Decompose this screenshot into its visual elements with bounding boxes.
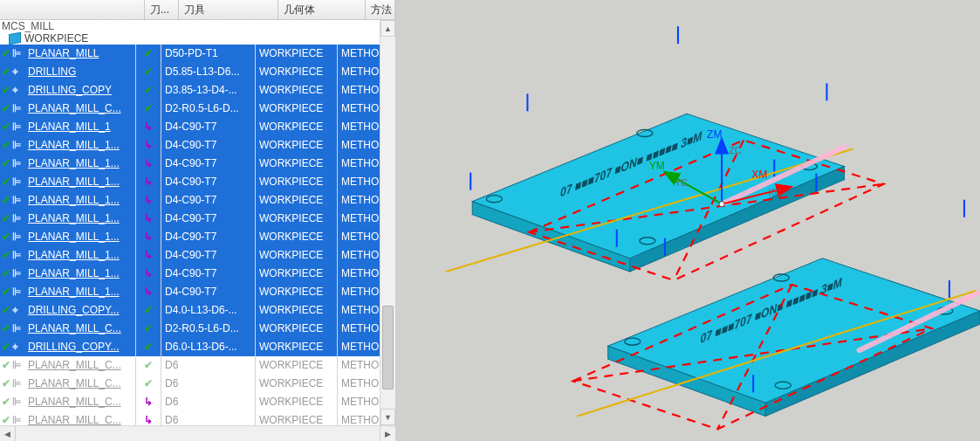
operation-name: DRILLING_COPY... [24,341,119,353]
operation-row[interactable]: ✔⊫PLANAR_MILL_1...↳D4-C90-T7WORKPIECEMET… [0,265,395,283]
status-icon: ✔ [0,81,12,100]
operation-type-icon: ⊫ [12,100,24,118]
tool-cell: D4-C90-T7 [161,228,256,246]
operation-name: PLANAR_MILL_1... [24,212,120,224]
xc-label: XC [768,187,781,197]
col-geometry[interactable]: 几何体 [278,0,366,19]
mcs-mill-node[interactable]: MCS_MILL [0,20,395,32]
scroll-track[interactable] [380,35,395,410]
operation-row[interactable]: ✔⊫PLANAR_MILL_C...✔D2-R0.5-L6-D...WORKPI… [0,320,395,338]
operation-row[interactable]: ✔⊫PLANAR_MILL_1...↳D4-C90-T7WORKPIECEMET… [0,173,395,191]
operation-row[interactable]: ✔⊫PLANAR_MILL_1...↳D4-C90-T7WORKPIECEMET… [0,210,395,228]
graphics-viewport[interactable]: 07 ■■■707 ■ON■ ■■■■■ 3■M [398,0,980,441]
operation-row[interactable]: ✔⌖DRILLING✔D5.85-L13-D6...WORKPIECEMETHO… [0,63,395,81]
toolpath-status: ✔ [136,320,161,338]
geometry-cell: WORKPIECE [256,338,338,356]
tool-cell: D6.0-L13-D6-... [161,338,256,356]
operation-name: PLANAR_MILL_1... [24,286,120,298]
operation-row[interactable]: ✔⊫PLANAR_MILL✔D50-PD-T1WORKPIECEMETHOD [0,45,395,63]
operation-type-icon: ⊫ [12,173,24,191]
operation-name: PLANAR_MILL_1... [24,139,120,151]
col-method[interactable]: 方法 [366,0,395,19]
operation-row[interactable]: ✔⌖DRILLING_COPY...✔D6.0-L13-D6-...WORKPI… [0,338,395,356]
operation-type-icon: ⊫ [12,246,24,265]
scroll-thumb[interactable] [382,306,394,390]
col-toolpath[interactable]: 刀... [145,0,179,19]
operation-row[interactable]: ✔⊫PLANAR_MILL_1...↳D4-C90-T7WORKPIECEMET… [0,246,395,265]
geometry-cell: WORKPIECE [256,118,338,136]
tool-cell: D4-C90-T7 [161,265,256,283]
tool-cell: D4.0-L13-D6-... [161,301,256,320]
tool-cell: D2-R0.5-L6-D... [161,320,256,338]
tool-cell: D4-C90-T7 [161,155,256,173]
svg-marker-14 [608,258,980,403]
operation-type-icon: ⊫ [12,228,24,246]
operation-row[interactable]: ✔⊫PLANAR_MILL_1...↳D4-C90-T7WORKPIECEMET… [0,136,395,155]
operation-type-icon: ⊫ [12,155,24,173]
zc-label: ZC [729,145,742,155]
operation-type-icon: ⊫ [12,136,24,155]
operation-type-icon: ⊫ [12,393,24,411]
tool-cell: D50-PD-T1 [161,45,256,63]
tool-cell: D4-C90-T7 [161,136,256,155]
operation-row[interactable]: ✔⊫PLANAR_MILL_C...✔D2-R0.5-L6-D...WORKPI… [0,100,395,118]
horizontal-scrollbar[interactable]: ◀ ▶ [0,425,395,441]
operation-row[interactable]: ✔⊫PLANAR_MILL_C...✔D6WORKPIECEMETHOD [0,375,395,393]
toolpath-status: ↳ [136,411,161,425]
operation-type-icon: ⊫ [12,265,24,283]
status-icon: ✔ [0,246,12,265]
toolpath-status: ↳ [136,228,161,246]
tool-cell: D6 [161,393,256,411]
status-icon: ✔ [0,301,12,320]
operation-type-icon: ⊫ [12,283,24,301]
operation-row[interactable]: ✔⌖DRILLING_COPY...✔D4.0-L13-D6-...WORKPI… [0,301,395,320]
status-icon: ✔ [0,375,12,393]
operation-name: PLANAR_MILL_C... [24,322,121,334]
status-icon: ✔ [0,411,12,425]
svg-marker-0 [472,114,844,258]
status-icon: ✔ [0,283,12,301]
col-name[interactable] [0,0,145,19]
geometry-cell: WORKPIECE [256,63,338,81]
operation-name: PLANAR_MILL [24,47,99,59]
operation-type-icon: ⊫ [12,320,24,338]
operation-row[interactable]: ✔⌖DRILLING_COPY✔D3.85-13-D4-...WORKPIECE… [0,81,395,100]
operation-type-icon: ⊫ [12,356,24,375]
vertical-scrollbar[interactable]: ▲ ▼ [380,20,395,425]
operation-type-icon: ⌖ [12,81,24,100]
geometry-cell: WORKPIECE [256,100,338,118]
scroll-left-button[interactable]: ◀ [0,426,16,441]
tool-cell: D6 [161,375,256,393]
geometry-cell: WORKPIECE [256,136,338,155]
tool-cell: D4-C90-T7 [161,283,256,301]
toolpath-status: ↳ [136,265,161,283]
scroll-right-button[interactable]: ▶ [380,426,395,441]
tool-cell: D3.85-13-D4-... [161,81,256,100]
zm-label: ZM [707,128,722,141]
workpiece-node[interactable]: WORKPIECE [0,32,395,45]
toolpath-status: ↳ [136,136,161,155]
status-icon: ✔ [0,63,12,81]
operation-row[interactable]: ✔⊫PLANAR_MILL_1...↳D4-C90-T7WORKPIECEMET… [0,155,395,173]
operation-name: DRILLING [24,65,76,78]
col-tool[interactable]: 刀具 [179,0,278,19]
geometry-cell: WORKPIECE [256,301,338,320]
operation-row[interactable]: ✔⊫PLANAR_MILL_C...✔D6WORKPIECEMETHOD [0,356,395,375]
column-header-row: 刀... 刀具 几何体 方法 [0,0,395,20]
geometry-cell: WORKPIECE [256,375,338,393]
status-icon: ✔ [0,100,12,118]
operation-row[interactable]: ✔⊫PLANAR_MILL_C...↳D6WORKPIECEMETHOD [0,393,395,411]
geometry-cell: WORKPIECE [256,411,338,425]
operation-row[interactable]: ✔⊫PLANAR_MILL_1...↳D4-C90-T7WORKPIECEMET… [0,228,395,246]
operation-row[interactable]: ✔⊫PLANAR_MILL_C...↳D6WORKPIECEMETHOD [0,411,395,425]
operation-row[interactable]: ✔⊫PLANAR_MILL_1↳D4-C90-T7WORKPIECEMETHOD [0,118,395,136]
operation-name: PLANAR_MILL_C... [24,359,121,371]
tool-cell: D2-R0.5-L6-D... [161,100,256,118]
operation-row[interactable]: ✔⊫PLANAR_MILL_1...↳D4-C90-T7WORKPIECEMET… [0,191,395,210]
operation-name: DRILLING_COPY... [24,304,119,316]
geometry-cell: WORKPIECE [256,191,338,210]
operation-row[interactable]: ✔⊫PLANAR_MILL_1...↳D4-C90-T7WORKPIECEMET… [0,283,395,301]
toolpath-status: ↳ [136,393,161,411]
geometry-cell: WORKPIECE [256,81,338,100]
scroll-down-button[interactable]: ▼ [380,409,395,425]
